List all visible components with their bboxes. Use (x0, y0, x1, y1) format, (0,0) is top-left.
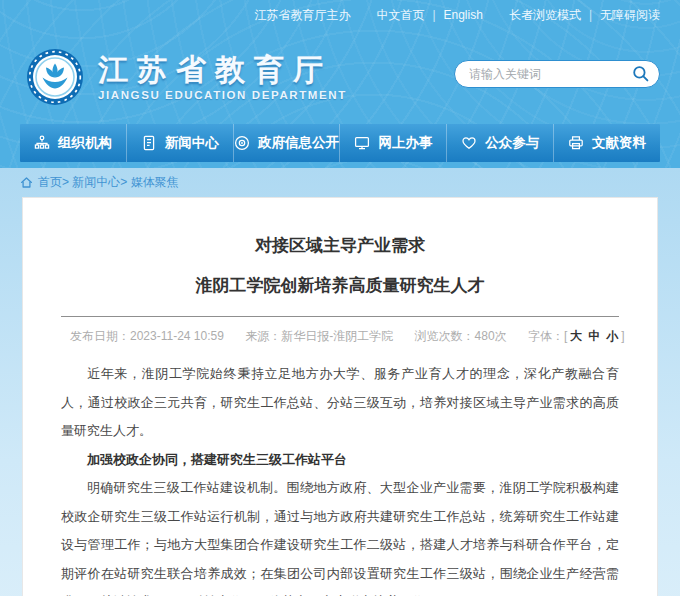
meta-views: 浏览次数：480次 (415, 329, 507, 343)
article-paragraph: 近年来，淮阴工学院始终秉持立足地方办大学、服务产业育人才的理念，深化产教融合育人… (61, 360, 619, 446)
nav-item-label: 网上办事 (378, 134, 432, 152)
meta-font: 字体：[大中小] (528, 329, 625, 343)
article-body: 近年来，淮阴工学院始终秉持立足地方办大学、服务产业育人才的理念，深化产教融合育人… (61, 360, 619, 596)
topbar-link[interactable]: 中文首页 (376, 8, 424, 22)
title-divider (61, 316, 619, 317)
font-size-option[interactable]: 小 (606, 329, 618, 343)
nav-item-news[interactable]: 新闻中心 (127, 124, 234, 162)
article-title-line2: 淮阴工学院创新培养高质量研究生人才 (61, 274, 619, 297)
font-size-option[interactable]: 中 (588, 329, 600, 343)
article-title-line1: 对接区域主导产业需求 (61, 234, 619, 257)
breadcrumb-item[interactable]: 新闻中心 (72, 175, 120, 189)
breadcrumb-separator: > (62, 175, 72, 189)
content-card: 对接区域主导产业需求 淮阴工学院创新培养高质量研究生人才 发布日期：2023-1… (22, 197, 658, 596)
article-meta: 发布日期：2023-11-24 10:59 来源：新华日报-淮阴工学院 浏览次数… (61, 328, 619, 345)
site-name: 江苏省教育厅 (98, 53, 347, 86)
printer-icon (568, 135, 584, 151)
info-disclosure-icon (234, 135, 250, 151)
font-size-option[interactable]: 大 (570, 329, 582, 343)
breadcrumb-separator: > (120, 175, 130, 189)
nav-item-gov-info[interactable]: 政府信息公开 (234, 124, 341, 162)
topbar-link[interactable]: English (444, 8, 483, 22)
heart-icon (461, 135, 477, 151)
meta-publish-label: 发布日期： (70, 329, 130, 343)
brand-row: 江苏省教育厅 JIANGSU EDUCATION DEPARTMENT (0, 30, 680, 124)
search-input[interactable] (455, 67, 632, 81)
topbar-separator: | (432, 8, 435, 22)
nav-item-label: 公众参与 (485, 134, 539, 152)
font-size-controls: [大中小] (564, 329, 625, 343)
topbar-link[interactable]: 长者浏览模式 (509, 8, 581, 22)
meta-views-value: 480次 (475, 329, 507, 343)
nav-item-public-participation[interactable]: 公众参与 (447, 124, 554, 162)
breadcrumb-items: 首页> 新闻中心> 媒体聚焦 (38, 174, 179, 191)
breadcrumb-item: 媒体聚焦 (131, 175, 179, 189)
breadcrumb-item[interactable]: 首页 (38, 175, 62, 189)
topbar-separator: | (589, 8, 592, 22)
font-bracket-close: ] (621, 329, 624, 343)
site-name-en: JIANGSU EDUCATION DEPARTMENT (98, 89, 347, 101)
article-subheading: 加强校政企协同，搭建研究生三级工作站平台 (61, 446, 619, 475)
nav-item-label: 组织机构 (58, 134, 112, 152)
brand-text: 江苏省教育厅 JIANGSU EDUCATION DEPARTMENT (98, 53, 347, 101)
nav-item-label: 文献资料 (592, 134, 646, 152)
search-icon[interactable] (632, 65, 650, 83)
meta-publish: 发布日期：2023-11-24 10:59 (70, 329, 224, 343)
breadcrumb: 首页> 新闻中心> 媒体聚焦 (0, 168, 680, 197)
org-chart-icon (34, 135, 50, 151)
meta-source-label: 来源： (245, 329, 281, 343)
main-nav: 组织机构新闻中心政府信息公开网上办事公众参与文献资料 (20, 124, 660, 162)
meta-source: 来源：新华日报-淮阴工学院 (245, 329, 393, 343)
nav-item-documents[interactable]: 文献资料 (554, 124, 660, 162)
site-logo[interactable] (26, 48, 84, 106)
lotus-emblem-icon (26, 92, 84, 109)
meta-views-label: 浏览次数： (415, 329, 475, 343)
search-box (454, 60, 660, 88)
topbar-links: 江苏省教育厅主办中文首页|English长者浏览模式|无障碍阅读 (254, 7, 660, 24)
nav-item-org[interactable]: 组织机构 (20, 124, 127, 162)
monitor-icon (354, 135, 370, 151)
nav-item-label: 新闻中心 (165, 134, 219, 152)
topbar: 江苏省教育厅主办中文首页|English长者浏览模式|无障碍阅读 (0, 0, 680, 30)
nav-item-online-services[interactable]: 网上办事 (340, 124, 447, 162)
nav-item-label: 政府信息公开 (258, 134, 339, 152)
site-header: 江苏省教育厅主办中文首页|English长者浏览模式|无障碍阅读 (0, 0, 680, 168)
meta-publish-value: 2023-11-24 10:59 (130, 329, 224, 343)
meta-font-label: 字体： (528, 329, 564, 343)
article-paragraph: 明确研究生三级工作站建设机制。围绕地方政府、大型企业产业需要，淮阴工学院积极构建… (61, 474, 619, 596)
topbar-link[interactable]: 江苏省教育厅主办 (254, 8, 350, 22)
topbar-link[interactable]: 无障碍阅读 (600, 8, 660, 22)
font-bracket-open: [ (564, 329, 567, 343)
news-doc-icon (141, 135, 157, 151)
meta-source-value: 新华日报-淮阴工学院 (281, 329, 393, 343)
home-icon[interactable] (20, 176, 33, 189)
page-body: 首页> 新闻中心> 媒体聚焦 对接区域主导产业需求 淮阴工学院创新培养高质量研究… (0, 168, 680, 596)
